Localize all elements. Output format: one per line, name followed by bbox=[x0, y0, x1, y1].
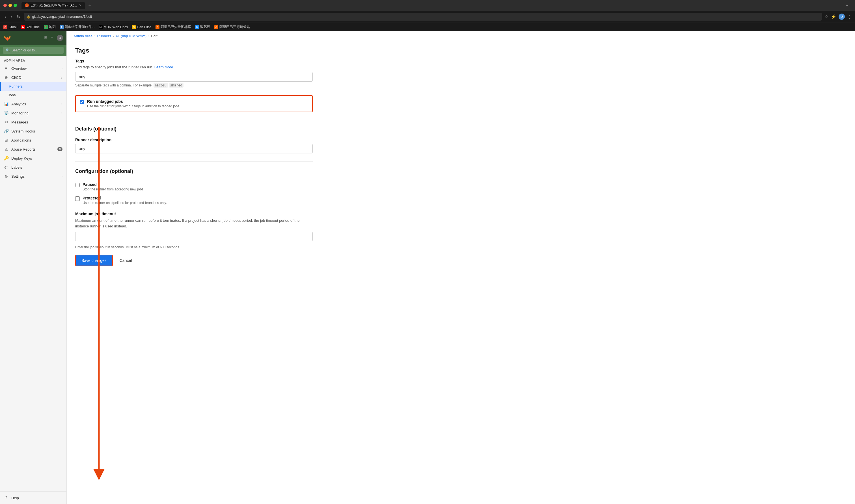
gmail-favicon: G bbox=[3, 25, 7, 29]
sidebar: ⊞ ＋ U 🔍 Search or go to... Admin Area ≡ … bbox=[0, 31, 67, 504]
window-menu-button[interactable]: ⋯ bbox=[844, 1, 852, 9]
sidebar-item-monitoring[interactable]: 📡 Monitoring › bbox=[0, 108, 67, 118]
star-button[interactable]: ☆ bbox=[824, 14, 828, 19]
tags-input[interactable] bbox=[75, 72, 313, 82]
bookmark-alibaba-mirror[interactable]: A 阿里巴巴开源镜像站 bbox=[214, 24, 250, 30]
sidebar-item-runners[interactable]: Runners bbox=[0, 82, 67, 91]
sidebar-item-overview[interactable]: ≡ Overview › bbox=[0, 64, 67, 73]
cicd-icon: ⊕ bbox=[4, 75, 8, 80]
hint-code-shared: shared bbox=[169, 83, 184, 88]
bookmark-caniuse[interactable]: C Can I use bbox=[132, 25, 151, 29]
monitoring-chevron-icon: › bbox=[62, 111, 63, 115]
learn-more-link[interactable]: Learn more. bbox=[154, 65, 174, 69]
sidebar-item-labels[interactable]: 🏷 Labels bbox=[0, 163, 67, 172]
cicd-chevron-icon: ∨ bbox=[60, 76, 63, 79]
breadcrumb-runners[interactable]: Runners bbox=[97, 34, 111, 38]
forward-button[interactable]: › bbox=[9, 13, 13, 20]
content-area: Tags Tags Add tags to specify jobs that … bbox=[67, 41, 321, 280]
paused-label: Paused bbox=[83, 182, 144, 187]
form-actions: Save changes Cancel bbox=[75, 255, 313, 266]
traffic-lights bbox=[3, 4, 17, 7]
tags-label: Tags bbox=[75, 59, 313, 63]
protected-checkbox[interactable] bbox=[75, 196, 80, 201]
caniuse-favicon: C bbox=[132, 25, 136, 29]
tab-favicon: 🦊 bbox=[25, 3, 29, 7]
sidebar-toggle-icon[interactable]: ⊞ bbox=[44, 35, 47, 41]
deploy-keys-icon: 🔑 bbox=[4, 156, 8, 160]
sidebar-avatar[interactable]: U bbox=[57, 35, 63, 41]
shuxue-favicon: 数 bbox=[195, 25, 199, 29]
run-untagged-container: Run untagged jobs Use the runner for job… bbox=[75, 95, 313, 112]
user-avatar[interactable]: U bbox=[839, 14, 845, 20]
sidebar-item-messages[interactable]: ✉ Messages bbox=[0, 118, 67, 127]
youtube-favicon: ▶ bbox=[21, 25, 25, 29]
address-bar[interactable]: 🔒 gitlab.yueyang.city/admin/runners/1/ed… bbox=[24, 13, 822, 21]
new-tab-button[interactable]: + bbox=[86, 1, 94, 9]
bookmark-map-label: 地图 bbox=[49, 24, 56, 30]
browser-tab-active[interactable]: 🦊 Edit · #1 (mqUUMiWmY) · Ac... ✕ bbox=[21, 2, 85, 9]
sidebar-item-abuse-reports[interactable]: ⚠ Abuse Reports 0 bbox=[0, 145, 67, 154]
save-changes-button[interactable]: Save changes bbox=[75, 255, 113, 266]
breadcrumb-admin-area[interactable]: Admin Area bbox=[73, 34, 92, 38]
sidebar-item-analytics-label: Analytics bbox=[11, 102, 58, 106]
app-container: ⊞ ＋ U 🔍 Search or go to... Admin Area ≡ … bbox=[0, 31, 855, 504]
analytics-icon: 📊 bbox=[4, 102, 8, 106]
breadcrumb-runner-id[interactable]: #1 (mqUUMiWmY) bbox=[116, 34, 146, 38]
sidebar-item-cicd[interactable]: ⊕ CI/CD ∨ bbox=[0, 73, 67, 82]
back-button[interactable]: ‹ bbox=[3, 13, 7, 20]
run-untagged-checkbox[interactable] bbox=[80, 100, 84, 104]
run-untagged-label: Run untagged jobs bbox=[87, 99, 180, 104]
sidebar-item-settings-label: Settings bbox=[11, 174, 58, 179]
search-placeholder: Search or go to... bbox=[12, 48, 38, 52]
sidebar-item-jobs-label: Jobs bbox=[8, 93, 63, 97]
run-untagged-text: Run untagged jobs Use the runner for job… bbox=[87, 99, 180, 108]
sidebar-item-jobs[interactable]: Jobs bbox=[0, 91, 67, 100]
tab-bar: 🦊 Edit · #1 (mqUUMiWmY) · Ac... ✕ + bbox=[21, 1, 841, 9]
search-box[interactable]: 🔍 Search or go to... bbox=[3, 47, 64, 54]
paused-checkbox[interactable] bbox=[75, 183, 80, 187]
maximize-button[interactable] bbox=[14, 4, 17, 7]
alibaba-mirror-favicon: A bbox=[214, 25, 218, 29]
breadcrumb-current: Edit bbox=[151, 34, 157, 38]
tab-close-icon[interactable]: ✕ bbox=[79, 4, 82, 7]
bookmark-mdn-label: MDN Web Docs bbox=[104, 25, 128, 29]
bookmark-map[interactable]: 📍 地图 bbox=[44, 24, 56, 30]
labels-icon: 🏷 bbox=[4, 165, 8, 169]
paused-text: Paused Stop the runner from accepting ne… bbox=[83, 182, 144, 191]
sidebar-item-help[interactable]: ? Help bbox=[4, 494, 63, 501]
admin-area-label: Admin Area bbox=[0, 56, 67, 64]
cancel-button[interactable]: Cancel bbox=[115, 255, 137, 266]
sidebar-item-messages-label: Messages bbox=[11, 120, 63, 124]
max-timeout-input[interactable] bbox=[75, 232, 313, 241]
bookmark-youtube[interactable]: ▶ YouTube bbox=[21, 25, 39, 29]
messages-icon: ✉ bbox=[4, 120, 8, 124]
max-timeout-section: Maximum job timeout Maximum amount of ti… bbox=[75, 212, 313, 249]
gitlab-logo bbox=[3, 34, 11, 42]
bookmark-tsinghua[interactable]: T 清华大学开源软件... bbox=[60, 24, 95, 30]
extension-button[interactable]: ⚡ bbox=[831, 14, 836, 19]
overview-chevron-icon: › bbox=[62, 67, 63, 70]
bookmark-mdn[interactable]: M MDN Web Docs bbox=[99, 25, 128, 29]
refresh-button[interactable]: ↻ bbox=[16, 13, 21, 21]
sidebar-item-labels-label: Labels bbox=[11, 165, 63, 169]
tags-form-section: Tags Add tags to specify jobs that the r… bbox=[75, 59, 313, 87]
menu-button[interactable]: ⋮ bbox=[847, 14, 852, 19]
sidebar-item-analytics[interactable]: 📊 Analytics › bbox=[0, 100, 67, 108]
sidebar-add-icon[interactable]: ＋ bbox=[50, 35, 54, 41]
runner-desc-input[interactable] bbox=[75, 144, 313, 154]
sidebar-item-applications[interactable]: ⊞ Applications bbox=[0, 136, 67, 145]
bookmark-shuxue[interactable]: 数 数艺设 bbox=[195, 24, 210, 30]
close-button[interactable] bbox=[3, 4, 7, 7]
title-bar: 🦊 Edit · #1 (mqUUMiWmY) · Ac... ✕ + ⋯ bbox=[0, 0, 855, 11]
breadcrumb-sep-1: › bbox=[94, 34, 95, 38]
tsinghua-favicon: T bbox=[60, 25, 64, 29]
sidebar-item-deploy-keys[interactable]: 🔑 Deploy Keys bbox=[0, 154, 67, 163]
bookmark-gmail[interactable]: G Gmail bbox=[3, 25, 17, 29]
bookmark-alibaba-icons[interactable]: A 阿里巴巴矢量图标库 bbox=[156, 24, 191, 30]
details-form-section: Details (optional) Runner description bbox=[75, 126, 313, 154]
sidebar-item-system-hooks[interactable]: 🔗 System Hooks bbox=[0, 127, 67, 136]
sidebar-item-deploy-keys-label: Deploy Keys bbox=[11, 156, 63, 160]
sidebar-item-settings[interactable]: ⚙ Settings › bbox=[0, 172, 67, 181]
minimize-button[interactable] bbox=[8, 4, 12, 7]
max-timeout-label: Maximum job timeout bbox=[75, 212, 313, 216]
